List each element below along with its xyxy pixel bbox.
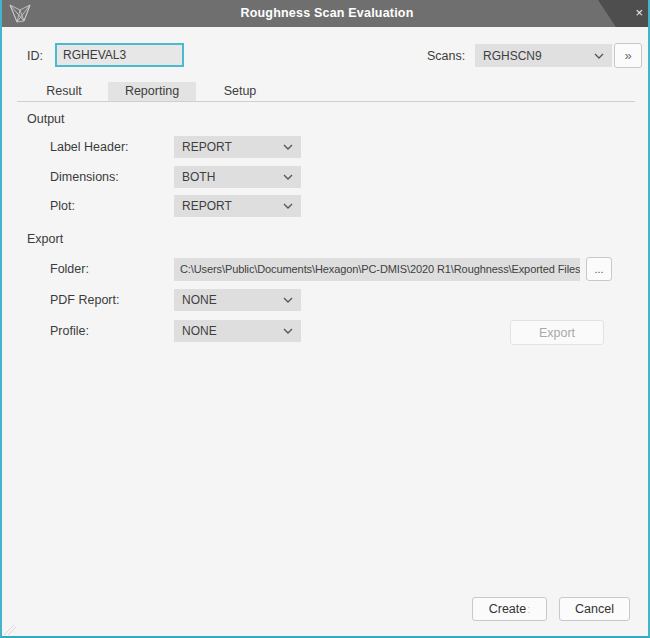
pdf-report-label: PDF Report: bbox=[50, 293, 119, 307]
output-section-label: Output bbox=[27, 112, 65, 126]
cancel-button-label: Cancel bbox=[575, 602, 614, 616]
chevron-down-icon bbox=[283, 328, 293, 334]
dimensions-select[interactable]: BOTH bbox=[174, 166, 301, 188]
plot-select[interactable]: REPORT bbox=[174, 195, 301, 217]
tab-result[interactable]: Result bbox=[20, 82, 108, 101]
chevron-down-icon bbox=[283, 174, 293, 180]
label-header-label: Label Header: bbox=[50, 140, 129, 154]
export-button-label: Export bbox=[539, 326, 575, 340]
double-chevron-right-icon: » bbox=[624, 48, 631, 63]
cancel-button[interactable]: Cancel bbox=[559, 597, 630, 621]
profile-value: NONE bbox=[182, 320, 217, 342]
pdf-report-value: NONE bbox=[182, 289, 217, 311]
plot-label: Plot: bbox=[50, 199, 75, 213]
plot-value: REPORT bbox=[182, 195, 232, 217]
label-header-select[interactable]: REPORT bbox=[174, 136, 301, 158]
roughness-scan-evaluation-dialog: Roughness Scan Evaluation × ID: Scans: R… bbox=[0, 0, 650, 638]
pdf-report-select[interactable]: NONE bbox=[174, 289, 301, 311]
chevron-down-icon bbox=[594, 53, 604, 59]
dimensions-value: BOTH bbox=[182, 166, 215, 188]
dimensions-label: Dimensions: bbox=[50, 170, 119, 184]
scans-label: Scans: bbox=[427, 49, 465, 63]
chevron-down-icon bbox=[283, 297, 293, 303]
create-button[interactable]: Create : bbox=[472, 597, 547, 621]
expand-scans-button[interactable]: » bbox=[614, 43, 642, 68]
profile-label: Profile: bbox=[50, 324, 89, 338]
tab-bar: Result Reporting Setup bbox=[20, 82, 284, 101]
profile-select[interactable]: NONE bbox=[174, 320, 301, 342]
scans-select[interactable]: RGHSCN9 bbox=[475, 44, 612, 67]
resize-grip[interactable] bbox=[4, 625, 16, 635]
close-icon: × bbox=[635, 0, 643, 27]
export-section-label: Export bbox=[27, 232, 63, 246]
folder-path-field[interactable]: C:\Users\Public\Documents\Hexagon\PC-DMI… bbox=[174, 258, 580, 281]
scans-selected-value: RGHSCN9 bbox=[483, 45, 542, 67]
tab-reporting[interactable]: Reporting bbox=[108, 82, 196, 101]
create-button-caret: : bbox=[527, 603, 530, 615]
folder-label: Folder: bbox=[50, 262, 89, 276]
tab-setup[interactable]: Setup bbox=[196, 82, 284, 101]
create-button-label: Create bbox=[489, 602, 527, 616]
label-header-value: REPORT bbox=[182, 136, 232, 158]
id-label: ID: bbox=[27, 49, 43, 63]
titlebar: Roughness Scan Evaluation × bbox=[0, 0, 650, 27]
browse-folder-button[interactable]: ... bbox=[586, 257, 612, 281]
chevron-down-icon bbox=[283, 203, 293, 209]
chevron-down-icon bbox=[283, 144, 293, 150]
export-button[interactable]: Export bbox=[510, 320, 604, 345]
tab-separator bbox=[17, 101, 635, 102]
ellipsis-icon: ... bbox=[594, 263, 603, 275]
window-title: Roughness Scan Evaluation bbox=[0, 0, 650, 27]
id-input[interactable] bbox=[55, 43, 184, 67]
